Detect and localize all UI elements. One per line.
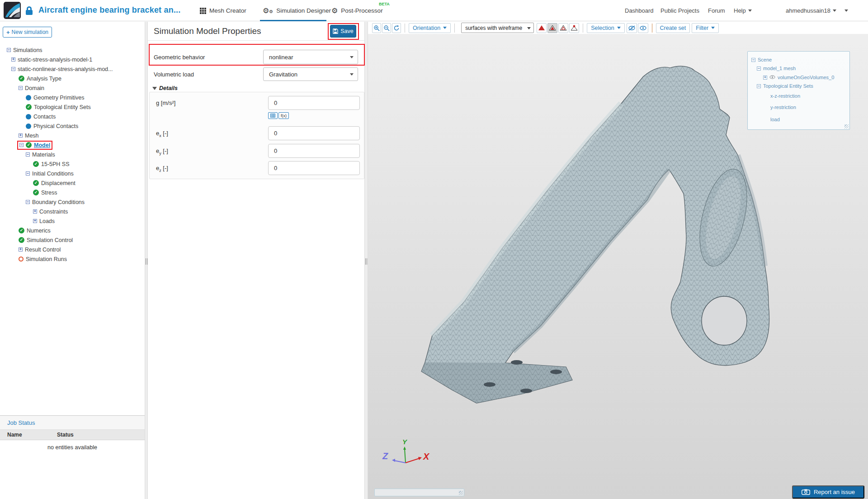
title-divider [148,40,364,41]
sidebar-divider[interactable] [145,22,148,499]
collapse-icon[interactable]: − [7,48,11,52]
tab-simulation-designer[interactable]: ⚙⚙ Simulation Designer [263,0,331,21]
expand-icon[interactable]: + [11,57,15,62]
collapse-icon[interactable]: − [26,200,30,204]
scene-item-volumeongeovolumes-0[interactable]: +volumeOnGeoVolumes_0 [763,75,834,80]
expand-icon[interactable]: + [763,76,767,80]
status-info-icon [26,95,31,100]
tree-item-materials[interactable]: −Materials [0,150,145,159]
collapse-icon[interactable]: − [11,67,15,71]
status-info-icon [26,124,31,129]
tree-item-label: Geometry Primitives [33,95,85,101]
collapse-icon[interactable]: − [751,58,755,62]
tree-item-model[interactable]: −✓Model [0,140,145,150]
field-input-ez[interactable] [268,161,360,175]
plus-icon: + [6,29,10,36]
tree-item-domain[interactable]: −Domain [0,83,145,93]
scene-item-model-1-mesh[interactable]: −model_1 mesh [757,66,796,71]
scene-item-load[interactable]: load [770,117,780,122]
tree-item-label: Initial Conditions [32,171,74,177]
tree-item-simulations[interactable]: −Simulations [0,45,145,55]
extra-menu[interactable] [844,0,848,21]
expand-icon[interactable]: + [33,209,37,214]
expand-icon[interactable]: + [33,219,37,223]
properties-divider[interactable] [364,22,368,499]
tree-item-contacts[interactable]: Contacts [0,112,145,121]
tree-item-mesh[interactable]: +Mesh [0,131,145,140]
user-menu[interactable]: ahmedhussain18 [786,0,836,21]
scene-item-scene[interactable]: −Scene [751,57,772,62]
details-section-header[interactable]: Details [152,85,178,91]
chevron-down-icon [748,10,752,12]
chevron-down-icon [844,10,848,12]
scene-item-label: x-z-restriction [770,93,800,99]
tree-item-constraints[interactable]: +Constraints [0,207,145,216]
gear-icon: ⚙ [331,7,338,14]
nav-public-projects[interactable]: Public Projects [660,0,699,21]
resize-handle-icon[interactable] [459,491,463,495]
collapse-icon[interactable]: − [19,86,23,90]
resize-handle-icon[interactable] [844,124,849,128]
field-input-g[interactable] [268,96,360,110]
selected-value: Gravitation [269,71,297,78]
scene-tree-panel[interactable]: −Scene−model_1 mesh+volumeOnGeoVolumes_0… [747,51,850,130]
collapsed-info-bar[interactable] [374,489,464,496]
tree-item-topological-entity-sets[interactable]: ✓Topological Entity Sets [0,102,145,112]
tree-item-label: 15-5PH SS [41,161,70,167]
status-complete-icon: ✓ [19,76,24,81]
tree-item-result-control[interactable]: +Result Control [0,245,145,254]
nav-forum[interactable]: Forum [708,0,725,21]
table-input-button[interactable] [268,112,278,119]
status-complete-icon: ✓ [26,104,32,110]
tree-item-geometry-primitives[interactable]: Geometry Primitives [0,93,145,102]
volumetric-load-row: Volumetric load Gravitation [148,66,364,82]
field-input-ex[interactable] [268,126,360,140]
tree-item-static-nonlinear-stress-analysis-mod[interactable]: −static-nonlinear-stress-analysis-mod... [0,64,145,74]
expand-icon[interactable]: + [19,247,23,252]
report-issue-button[interactable]: Report an issue [792,485,864,499]
simulation-model-properties-panel: Simulation Model Properties Save Geometr… [148,22,364,499]
tree-item-loads[interactable]: +Loads [0,216,145,226]
tree-item-simulation-runs[interactable]: Simulation Runs [0,254,145,264]
scene-item-x-z-restriction[interactable]: x-z-restriction [770,93,800,99]
save-button[interactable]: Save [330,25,356,38]
field-input-ey[interactable] [268,144,360,158]
simscale-logo-icon[interactable] [4,2,21,19]
tree-item-15-5ph-ss[interactable]: ✓15-5PH SS [0,159,145,169]
tab-post-processor[interactable]: ⚙ Post-Processor [331,0,383,21]
collapse-icon[interactable]: − [19,143,24,147]
scene-item-y-restriction[interactable]: y-restriction [770,105,796,110]
tree-item-static-stress-analysis-model-1[interactable]: +static-stress-analysis-model-1 [0,55,145,64]
nav-help-menu[interactable]: Help [734,0,752,21]
username-label: ahmedhussain18 [786,7,830,14]
tree-item-displacement[interactable]: ✓Displacement [0,178,145,188]
collapse-icon[interactable]: − [757,67,761,71]
nav-dashboard[interactable]: Dashboard [625,0,654,21]
tree-item-numerics[interactable]: ✓Numerics [0,226,145,235]
panel-title: Simulation Model Properties [154,26,261,36]
3d-viewport[interactable]: Orientation surfaces with wireframe [368,22,868,499]
collapse-icon[interactable]: − [26,171,30,176]
tab-mesh-creator[interactable]: Mesh Creator [200,0,246,21]
new-simulation-button[interactable]: + New simulation [3,27,52,38]
collapse-icon[interactable]: − [26,152,30,157]
status-complete-icon: ✓ [33,190,39,195]
volumetric-load-select[interactable]: Gravitation [263,67,358,81]
tree-item-physical-contacts[interactable]: Physical Contacts [0,121,145,131]
field-label-ey: ey [-] [156,147,168,156]
geometric-behavior-select[interactable]: nonlinear [263,50,358,64]
formula-input-button[interactable]: f(x) [278,112,289,119]
tree-item-boundary-conditions[interactable]: −Boundary Conditions [0,197,145,207]
expand-icon[interactable]: + [19,133,23,138]
status-complete-icon: ✓ [33,180,39,186]
status-complete-icon: ✓ [19,228,24,233]
tree-item-initial-conditions[interactable]: −Initial Conditions [0,169,145,178]
divider-grip [146,258,147,265]
tree-item-analysis-type[interactable]: ✓Analysis Type [0,74,145,83]
tree-item-simulation-control[interactable]: ✓Simulation Control [0,235,145,245]
collapse-icon[interactable]: − [757,84,761,88]
scene-item-topological-entity-sets[interactable]: −Topological Entity Sets [757,83,813,89]
visibility-eye-icon[interactable] [769,75,775,80]
tree-item-stress[interactable]: ✓Stress [0,188,145,197]
details-label: Details [159,85,178,91]
